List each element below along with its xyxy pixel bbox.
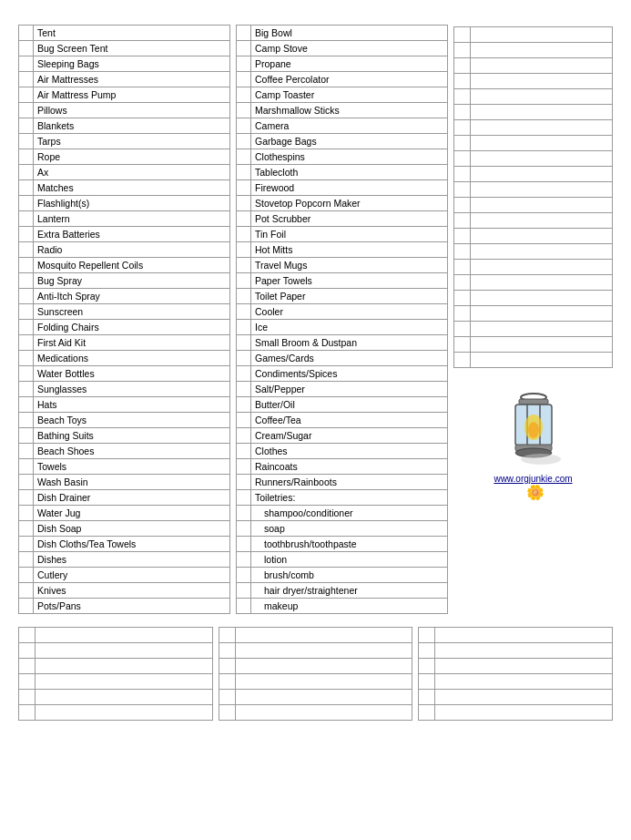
checkbox-cell[interactable] (19, 289, 34, 304)
checkbox-cell[interactable] (19, 674, 36, 690)
checkbox-cell[interactable] (454, 120, 471, 136)
checkbox-cell[interactable] (19, 258, 34, 273)
checkbox-cell[interactable] (237, 196, 251, 211)
checkbox-cell[interactable] (19, 568, 34, 583)
checkbox-cell[interactable] (237, 227, 251, 242)
checkbox-cell[interactable] (419, 690, 435, 705)
checkbox-cell[interactable] (454, 275, 471, 291)
checkbox-cell[interactable] (237, 428, 251, 444)
checkbox-cell[interactable] (19, 459, 34, 475)
checkbox-cell[interactable] (19, 134, 34, 149)
checkbox-cell[interactable] (19, 242, 34, 258)
checkbox-cell[interactable] (19, 643, 36, 659)
checkbox-cell[interactable] (237, 165, 251, 180)
checkbox-cell[interactable] (454, 353, 471, 368)
checkbox-cell[interactable] (19, 475, 34, 490)
checkbox-cell[interactable] (237, 490, 251, 506)
checkbox-cell[interactable] (419, 674, 435, 690)
checkbox-cell[interactable] (454, 337, 471, 353)
checkbox-cell[interactable] (454, 306, 471, 322)
checkbox-cell[interactable] (19, 87, 34, 103)
checkbox-cell[interactable] (237, 506, 251, 521)
checkbox-cell[interactable] (237, 521, 251, 537)
checkbox-cell[interactable] (237, 41, 251, 56)
checkbox-cell[interactable] (237, 56, 251, 72)
checkbox-cell[interactable] (237, 180, 251, 196)
checkbox-cell[interactable] (454, 74, 471, 89)
checkbox-cell[interactable] (237, 149, 251, 165)
checkbox-cell[interactable] (219, 659, 235, 674)
checkbox-cell[interactable] (237, 459, 251, 475)
checkbox-cell[interactable] (19, 103, 34, 118)
checkbox-cell[interactable] (219, 690, 235, 705)
checkbox-cell[interactable] (19, 366, 34, 382)
checkbox-cell[interactable] (237, 258, 251, 273)
checkbox-cell[interactable] (237, 351, 251, 366)
checkbox-cell[interactable] (19, 705, 36, 721)
checkbox-cell[interactable] (237, 552, 251, 568)
checkbox-cell[interactable] (454, 167, 471, 182)
checkbox-cell[interactable] (19, 583, 34, 599)
checkbox-cell[interactable] (19, 490, 34, 506)
checkbox-cell[interactable] (237, 273, 251, 289)
checkbox-cell[interactable] (237, 304, 251, 320)
checkbox-cell[interactable] (19, 552, 34, 568)
checkbox-cell[interactable] (237, 134, 251, 149)
checkbox-cell[interactable] (19, 413, 34, 428)
checkbox-cell[interactable] (19, 320, 34, 335)
checkbox-cell[interactable] (19, 335, 34, 351)
checkbox-cell[interactable] (419, 705, 435, 721)
checkbox-cell[interactable] (454, 136, 471, 151)
checkbox-cell[interactable] (219, 628, 235, 643)
checkbox-cell[interactable] (454, 229, 471, 244)
checkbox-cell[interactable] (237, 382, 251, 397)
checkbox-cell[interactable] (19, 690, 36, 705)
checkbox-cell[interactable] (19, 41, 34, 56)
checkbox-cell[interactable] (219, 674, 235, 690)
checkbox-cell[interactable] (454, 105, 471, 120)
checkbox-cell[interactable] (19, 537, 34, 552)
checkbox-cell[interactable] (19, 506, 34, 521)
checkbox-cell[interactable] (454, 89, 471, 105)
checkbox-cell[interactable] (237, 87, 251, 103)
checkbox-cell[interactable] (19, 428, 34, 444)
checkbox-cell[interactable] (237, 118, 251, 134)
checkbox-cell[interactable] (19, 196, 34, 211)
checkbox-cell[interactable] (419, 659, 435, 674)
checkbox-cell[interactable] (237, 320, 251, 335)
checkbox-cell[interactable] (219, 705, 235, 721)
checkbox-cell[interactable] (237, 103, 251, 118)
checkbox-cell[interactable] (19, 659, 36, 674)
checkbox-cell[interactable] (237, 475, 251, 490)
checkbox-cell[interactable] (454, 291, 471, 306)
checkbox-cell[interactable] (419, 643, 435, 659)
checkbox-cell[interactable] (237, 242, 251, 258)
checkbox-cell[interactable] (237, 289, 251, 304)
checkbox-cell[interactable] (19, 628, 36, 643)
website-link[interactable]: www.orgjunkie.com (494, 474, 572, 484)
checkbox-cell[interactable] (19, 56, 34, 72)
checkbox-cell[interactable] (237, 211, 251, 227)
checkbox-cell[interactable] (19, 118, 34, 134)
checkbox-cell[interactable] (19, 149, 34, 165)
checkbox-cell[interactable] (19, 227, 34, 242)
checkbox-cell[interactable] (19, 397, 34, 413)
checkbox-cell[interactable] (237, 568, 251, 583)
checkbox-cell[interactable] (237, 72, 251, 87)
checkbox-cell[interactable] (19, 72, 34, 87)
checkbox-cell[interactable] (237, 444, 251, 459)
checkbox-cell[interactable] (19, 351, 34, 366)
checkbox-cell[interactable] (454, 151, 471, 167)
checkbox-cell[interactable] (454, 260, 471, 275)
checkbox-cell[interactable] (19, 304, 34, 320)
checkbox-cell[interactable] (237, 397, 251, 413)
checkbox-cell[interactable] (454, 58, 471, 74)
checkbox-cell[interactable] (219, 643, 235, 659)
checkbox-cell[interactable] (454, 43, 471, 58)
checkbox-cell[interactable] (19, 165, 34, 180)
checkbox-cell[interactable] (19, 211, 34, 227)
checkbox-cell[interactable] (237, 26, 251, 41)
checkbox-cell[interactable] (237, 599, 251, 614)
checkbox-cell[interactable] (19, 444, 34, 459)
checkbox-cell[interactable] (19, 26, 34, 41)
